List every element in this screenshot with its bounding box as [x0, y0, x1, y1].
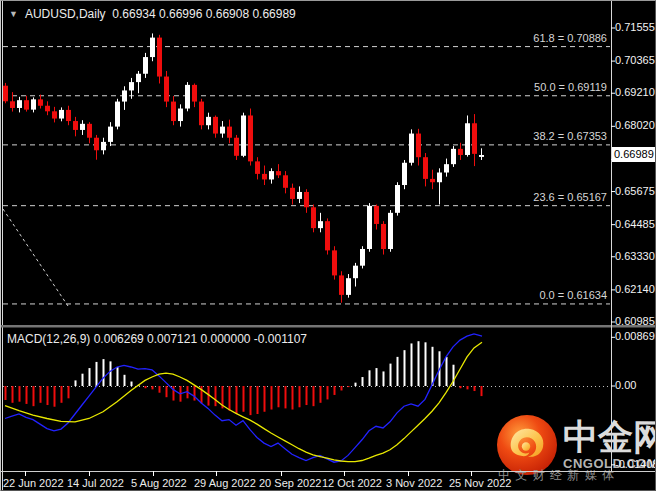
- date-axis-label: 29 Aug 2022: [194, 477, 256, 489]
- current-price-box: 0.66989: [612, 147, 656, 162]
- fib-level-label: 38.2 = 0.67353: [533, 130, 607, 142]
- date-axis-label: 3 Nov 2022: [386, 477, 442, 489]
- date-axis-label: 12 Oct 2022: [322, 477, 382, 489]
- price-axis-tick-label: 0.65675: [615, 185, 655, 197]
- fib-level-label: 61.8 = 0.70886: [533, 32, 607, 44]
- date-axis-label: 5 Aug 2022: [131, 477, 187, 489]
- chart-title-bar: ▼AUDUSD,Daily 0.66934 0.66996 0.66908 0.…: [9, 7, 296, 21]
- macd-axis-tick-label: -0.014082: [615, 458, 656, 470]
- price-axis-tick-label: 0.63330: [615, 250, 655, 262]
- macd-axis-tick-label: 0.00: [615, 379, 636, 391]
- date-axis-label: 14 Jul 2022: [67, 477, 124, 489]
- price-axis-tick-label: 0.64485: [615, 218, 655, 230]
- price-axis-tick-label: 0.60985: [615, 315, 655, 327]
- symbol-dropdown-icon[interactable]: ▼: [9, 9, 18, 19]
- date-axis-label: 25 Nov 2022: [449, 477, 511, 489]
- fib-level-label: 50.0 = 0.69119: [534, 81, 607, 93]
- chart-symbol-timeframe: AUDUSD,Daily: [25, 7, 106, 21]
- fib-level-label: 23.6 = 0.65167: [533, 191, 607, 203]
- chart-window: 中金网 CNGOLD.COM.CN 中 文 财 经 新 媒 体 0.715550…: [0, 0, 656, 491]
- macd-indicator-label: MACD(12,26,9) 0.006269 0.007121 0.000000…: [7, 332, 307, 346]
- date-axis-label: 20 Sep 2022: [259, 477, 321, 489]
- price-axis-tick-label: 0.68020: [615, 119, 655, 131]
- chart-canvas[interactable]: [1, 1, 656, 491]
- price-axis-tick-label: 0.70365: [615, 54, 655, 66]
- price-axis-tick-label: 0.62140: [615, 283, 655, 295]
- fib-level-label: 0.0 = 0.61634: [539, 289, 607, 301]
- price-axis-tick-label: 0.69210: [615, 86, 655, 98]
- chart-ohlc-values: 0.66934 0.66996 0.66908 0.66989: [112, 7, 296, 21]
- date-axis-label: 22 Jun 2022: [3, 477, 64, 489]
- macd-axis-tick-label: 0.008695: [615, 330, 656, 342]
- price-axis-tick-label: 0.71555: [615, 21, 655, 33]
